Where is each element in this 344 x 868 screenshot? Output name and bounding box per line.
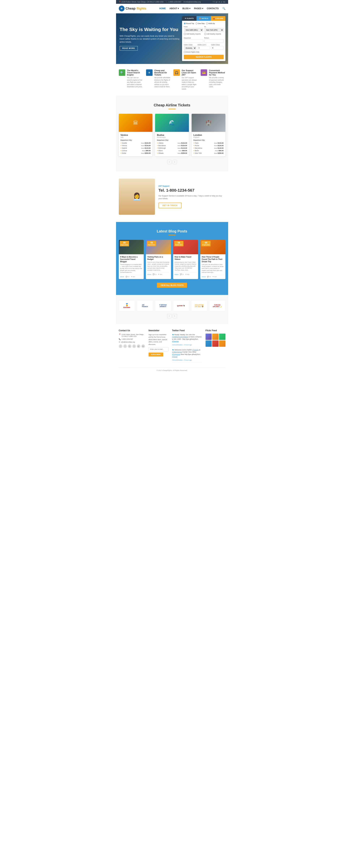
phone-icon: 📞 bbox=[166, 1, 168, 3]
round-trip-radio[interactable] bbox=[184, 23, 185, 24]
blog-post-2-comments: 💬 23 bbox=[180, 274, 184, 275]
airline-turkish: TURKISHAIRLINES 🌙 bbox=[209, 300, 225, 311]
from-select[interactable]: New Delhi (DEL) bbox=[184, 28, 203, 32]
view-all-blog-button[interactable]: VIEW ALL BLOG POSTS bbox=[157, 283, 187, 288]
top-bar: 📍 2130 Fulton Street, San Diego, CA 9411… bbox=[116, 0, 228, 4]
adults-input[interactable] bbox=[197, 46, 210, 50]
dates-row: Departure Return bbox=[184, 37, 224, 43]
feature-payment-text: Convenient Payment Method for You We pro… bbox=[209, 69, 225, 88]
flickr-thumb-5[interactable] bbox=[219, 340, 225, 347]
tab-car-hire[interactable]: 🚗 CAR HIRE bbox=[211, 16, 225, 21]
venice-country: Italy bbox=[121, 136, 151, 138]
flickr-thumb-0[interactable] bbox=[205, 334, 212, 340]
return-input[interactable] bbox=[204, 39, 224, 43]
googleplus-icon[interactable]: g+ bbox=[216, 1, 218, 3]
nav-home[interactable]: HOME bbox=[159, 7, 166, 10]
feature-search: 🔍 The World's Travel Search Engine You c… bbox=[119, 69, 143, 90]
nav-contacts[interactable]: CONTACTS bbox=[207, 7, 219, 10]
airlines-next-button[interactable]: › bbox=[173, 314, 177, 318]
flickr-thumb-3[interactable] bbox=[205, 340, 212, 347]
airline-airfrance: AIRFRANCE bbox=[137, 300, 153, 311]
tweet-0-meta: #SchoolInitiative – 5 hours ago bbox=[172, 344, 202, 346]
airlines-prev-button[interactable]: ‹ bbox=[167, 314, 172, 318]
footer-linkedin-icon[interactable]: in bbox=[128, 344, 132, 348]
location-icon: 📍 bbox=[119, 1, 121, 3]
tab-hotels[interactable]: 🏨 HOTELS bbox=[197, 16, 211, 21]
rss-icon[interactable]: rss bbox=[223, 1, 225, 3]
tweet-1-link3[interactable]: #Turquoise bbox=[172, 353, 180, 355]
footer-phone: 📞 1-800-1234-567 bbox=[119, 338, 145, 340]
tickets-next-button[interactable]: › bbox=[173, 160, 177, 164]
features-section: 🔍 The World's Travel Search Engine You c… bbox=[116, 64, 228, 96]
blog-post-2-month: September bbox=[175, 244, 182, 246]
blog-post-3-comments: 💬 23 bbox=[207, 276, 211, 278]
one-way-radio[interactable] bbox=[196, 23, 197, 24]
search-feature-icon: 🔍 bbox=[119, 69, 125, 76]
nav-blog[interactable]: BLOG ▾ bbox=[182, 7, 190, 10]
footer-twitter-icon[interactable]: t bbox=[123, 344, 127, 348]
tweet-1-link2[interactable]: #Adventurous bbox=[172, 351, 182, 353]
contact-info: 📍 2130 Fulton Street, San Diego, CA 9411… bbox=[119, 1, 201, 3]
tweet-1-tag[interactable]: #Travel bbox=[172, 356, 177, 358]
cabin-class2-input[interactable] bbox=[211, 46, 223, 50]
search-flights-button[interactable]: SEARCH FLIGHTS bbox=[184, 55, 224, 59]
budva-routes: Atlantafrom$134.00 Barcelonafrom$134.00 … bbox=[157, 142, 187, 154]
nearby-from-checkbox[interactable] bbox=[184, 33, 185, 35]
facebook-icon[interactable]: f bbox=[213, 1, 213, 3]
tickets-prev-button[interactable]: ‹ bbox=[167, 160, 172, 164]
venice-image: 🏛 bbox=[119, 114, 152, 132]
route-item: Barcelonafrom$134.00 bbox=[157, 144, 187, 147]
cabin-class-select[interactable]: Economy Business First Class bbox=[184, 46, 196, 50]
direct-flights-checkbox[interactable] bbox=[184, 51, 185, 53]
blog-post-0: 09 September 9 Ways to Become a Successf… bbox=[119, 240, 144, 279]
footer-vimeo-icon[interactable]: v bbox=[132, 344, 136, 348]
one-way-option[interactable]: One Way bbox=[196, 23, 205, 24]
footer-googleplus-icon[interactable]: g+ bbox=[137, 344, 140, 348]
footer-newsletter-desc: Sign up to our newsletter and be the fir… bbox=[149, 334, 169, 346]
multi-city-radio[interactable] bbox=[206, 23, 208, 24]
blog-post-1-day: 09 bbox=[148, 242, 155, 244]
blog-post-2: 09 September How to Make Travel Videos I… bbox=[173, 240, 198, 279]
hero-cta-button[interactable]: READ MORE bbox=[120, 46, 138, 51]
blog-post-3-meta: Article 💬 23 👁 684 bbox=[202, 275, 224, 278]
hero-content: The Sky is Waiting for You With CheapFli… bbox=[116, 20, 183, 58]
blog-post-3: 09 September How These 5 People Found Th… bbox=[200, 240, 225, 279]
linkedin-icon[interactable]: in bbox=[219, 1, 220, 3]
route-item: Romefrom$134.00 bbox=[194, 144, 224, 147]
get-in-touch-button[interactable]: GET IN TOUCH bbox=[159, 203, 181, 208]
tweet-0-tag[interactable]: #Passion bbox=[172, 340, 179, 342]
twitter-icon[interactable]: t bbox=[214, 1, 215, 3]
to-select[interactable]: New York (JFK) bbox=[204, 28, 224, 32]
airfrance-logo: AIRFRANCE bbox=[142, 304, 148, 307]
blog-post-2-tag: Article bbox=[175, 274, 179, 275]
newsletter-email-input[interactable] bbox=[149, 347, 169, 351]
footer-facebook-icon[interactable]: f bbox=[119, 344, 122, 348]
support-section: 👩‍💼 24/7 Support Tel. 1-800-1234-567 Our… bbox=[116, 172, 228, 222]
footer-rss-icon[interactable]: rss bbox=[141, 344, 145, 348]
subscribe-button[interactable]: SUBSCRIBE bbox=[149, 352, 163, 356]
emirates-logo: 🏅 Emirates bbox=[123, 303, 130, 308]
logo[interactable]: ✈ Cheapflights bbox=[119, 6, 146, 11]
blog-post-1-image: 09 September bbox=[146, 240, 171, 254]
flickr-thumb-1[interactable] bbox=[212, 334, 219, 340]
tab-flights[interactable]: ✈ FLIGHTS bbox=[182, 16, 197, 21]
blog-post-0-title: 9 Ways to Become a Successful Travel Blo… bbox=[120, 256, 142, 263]
nav-about[interactable]: ABOUT ▾ bbox=[169, 7, 179, 10]
address: 📍 2130 Fulton Street, San Diego, CA 9411… bbox=[119, 1, 164, 3]
multi-city-option[interactable]: Multi-city bbox=[206, 23, 215, 24]
nav-pages[interactable]: PAGES ▾ bbox=[194, 7, 203, 10]
flickr-thumb-4[interactable] bbox=[212, 340, 219, 347]
tweet-1-link1[interactable]: #Travels bbox=[192, 349, 198, 351]
tweet-0-link[interactable]: #1000SchoolsInitiative bbox=[172, 336, 189, 338]
flights-icon: ✈ bbox=[185, 18, 186, 19]
flickr-thumb-2[interactable] bbox=[219, 334, 225, 340]
route-item: Atlantafrom$134.00 bbox=[157, 142, 187, 144]
from-to-row: From New Delhi (DEL) To New York (JFK) bbox=[184, 26, 224, 32]
search-icon[interactable]: 🔍 bbox=[222, 7, 225, 10]
pinterest-icon[interactable]: p bbox=[221, 1, 222, 3]
route-item: Berlinfrom$99.00 bbox=[194, 149, 224, 152]
departure-input[interactable] bbox=[184, 39, 203, 43]
round-trip-option[interactable]: Round Trip bbox=[184, 23, 194, 24]
nearby-to-checkbox[interactable] bbox=[204, 33, 206, 35]
airlines-grid: 🏅 Emirates AIRFRANCE ✈ BRITISHAIRWAYS QA… bbox=[119, 300, 225, 311]
